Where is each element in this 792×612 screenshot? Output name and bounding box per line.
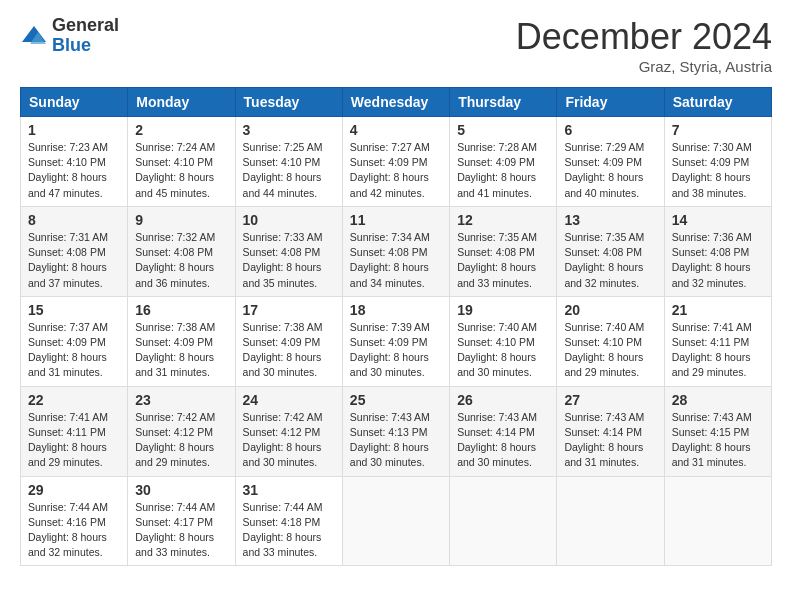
- page-header: General Blue December 2024 Graz, Styria,…: [20, 16, 772, 75]
- day-info: Sunrise: 7:23 AMSunset: 4:10 PMDaylight:…: [28, 140, 120, 201]
- month-title: December 2024: [516, 16, 772, 58]
- calendar-cell: 30Sunrise: 7:44 AMSunset: 4:17 PMDayligh…: [128, 476, 235, 566]
- weekday-header: Monday: [128, 88, 235, 117]
- day-info: Sunrise: 7:42 AMSunset: 4:12 PMDaylight:…: [135, 410, 227, 471]
- day-number: 28: [672, 392, 764, 408]
- day-info: Sunrise: 7:38 AMSunset: 4:09 PMDaylight:…: [243, 320, 335, 381]
- day-number: 11: [350, 212, 442, 228]
- day-info: Sunrise: 7:40 AMSunset: 4:10 PMDaylight:…: [457, 320, 549, 381]
- day-number: 12: [457, 212, 549, 228]
- calendar-week-row: 1Sunrise: 7:23 AMSunset: 4:10 PMDaylight…: [21, 117, 772, 207]
- calendar-cell: 4Sunrise: 7:27 AMSunset: 4:09 PMDaylight…: [342, 117, 449, 207]
- day-number: 3: [243, 122, 335, 138]
- day-info: Sunrise: 7:32 AMSunset: 4:08 PMDaylight:…: [135, 230, 227, 291]
- calendar-cell: 11Sunrise: 7:34 AMSunset: 4:08 PMDayligh…: [342, 206, 449, 296]
- weekday-header: Tuesday: [235, 88, 342, 117]
- day-number: 22: [28, 392, 120, 408]
- day-number: 27: [564, 392, 656, 408]
- day-info: Sunrise: 7:44 AMSunset: 4:16 PMDaylight:…: [28, 500, 120, 561]
- calendar-cell: 14Sunrise: 7:36 AMSunset: 4:08 PMDayligh…: [664, 206, 771, 296]
- day-number: 9: [135, 212, 227, 228]
- day-info: Sunrise: 7:25 AMSunset: 4:10 PMDaylight:…: [243, 140, 335, 201]
- logo-icon: [20, 22, 48, 50]
- day-info: Sunrise: 7:44 AMSunset: 4:17 PMDaylight:…: [135, 500, 227, 561]
- logo-text: General Blue: [52, 16, 119, 56]
- calendar-cell: 25Sunrise: 7:43 AMSunset: 4:13 PMDayligh…: [342, 386, 449, 476]
- day-info: Sunrise: 7:41 AMSunset: 4:11 PMDaylight:…: [672, 320, 764, 381]
- calendar-cell: 2Sunrise: 7:24 AMSunset: 4:10 PMDaylight…: [128, 117, 235, 207]
- calendar-cell: 26Sunrise: 7:43 AMSunset: 4:14 PMDayligh…: [450, 386, 557, 476]
- calendar-week-row: 22Sunrise: 7:41 AMSunset: 4:11 PMDayligh…: [21, 386, 772, 476]
- weekday-header: Friday: [557, 88, 664, 117]
- day-number: 16: [135, 302, 227, 318]
- day-info: Sunrise: 7:31 AMSunset: 4:08 PMDaylight:…: [28, 230, 120, 291]
- calendar-cell: 31Sunrise: 7:44 AMSunset: 4:18 PMDayligh…: [235, 476, 342, 566]
- calendar-cell: 10Sunrise: 7:33 AMSunset: 4:08 PMDayligh…: [235, 206, 342, 296]
- calendar-cell: [664, 476, 771, 566]
- calendar-cell: 5Sunrise: 7:28 AMSunset: 4:09 PMDaylight…: [450, 117, 557, 207]
- calendar-cell: 9Sunrise: 7:32 AMSunset: 4:08 PMDaylight…: [128, 206, 235, 296]
- day-number: 2: [135, 122, 227, 138]
- logo: General Blue: [20, 16, 119, 56]
- day-number: 17: [243, 302, 335, 318]
- calendar-cell: [557, 476, 664, 566]
- day-number: 18: [350, 302, 442, 318]
- day-info: Sunrise: 7:43 AMSunset: 4:14 PMDaylight:…: [457, 410, 549, 471]
- day-number: 6: [564, 122, 656, 138]
- weekday-header: Sunday: [21, 88, 128, 117]
- day-info: Sunrise: 7:24 AMSunset: 4:10 PMDaylight:…: [135, 140, 227, 201]
- calendar-cell: 19Sunrise: 7:40 AMSunset: 4:10 PMDayligh…: [450, 296, 557, 386]
- calendar-cell: 27Sunrise: 7:43 AMSunset: 4:14 PMDayligh…: [557, 386, 664, 476]
- calendar-cell: 12Sunrise: 7:35 AMSunset: 4:08 PMDayligh…: [450, 206, 557, 296]
- calendar-cell: 24Sunrise: 7:42 AMSunset: 4:12 PMDayligh…: [235, 386, 342, 476]
- day-number: 23: [135, 392, 227, 408]
- day-info: Sunrise: 7:28 AMSunset: 4:09 PMDaylight:…: [457, 140, 549, 201]
- calendar-cell: 20Sunrise: 7:40 AMSunset: 4:10 PMDayligh…: [557, 296, 664, 386]
- day-number: 24: [243, 392, 335, 408]
- day-info: Sunrise: 7:39 AMSunset: 4:09 PMDaylight:…: [350, 320, 442, 381]
- calendar-cell: 3Sunrise: 7:25 AMSunset: 4:10 PMDaylight…: [235, 117, 342, 207]
- calendar-cell: 23Sunrise: 7:42 AMSunset: 4:12 PMDayligh…: [128, 386, 235, 476]
- day-info: Sunrise: 7:34 AMSunset: 4:08 PMDaylight:…: [350, 230, 442, 291]
- day-number: 30: [135, 482, 227, 498]
- day-info: Sunrise: 7:35 AMSunset: 4:08 PMDaylight:…: [564, 230, 656, 291]
- day-number: 5: [457, 122, 549, 138]
- day-number: 31: [243, 482, 335, 498]
- day-number: 14: [672, 212, 764, 228]
- weekday-header-row: SundayMondayTuesdayWednesdayThursdayFrid…: [21, 88, 772, 117]
- day-number: 10: [243, 212, 335, 228]
- calendar-cell: 17Sunrise: 7:38 AMSunset: 4:09 PMDayligh…: [235, 296, 342, 386]
- day-info: Sunrise: 7:40 AMSunset: 4:10 PMDaylight:…: [564, 320, 656, 381]
- day-info: Sunrise: 7:43 AMSunset: 4:15 PMDaylight:…: [672, 410, 764, 471]
- calendar-cell: 6Sunrise: 7:29 AMSunset: 4:09 PMDaylight…: [557, 117, 664, 207]
- calendar-cell: 21Sunrise: 7:41 AMSunset: 4:11 PMDayligh…: [664, 296, 771, 386]
- calendar-cell: 28Sunrise: 7:43 AMSunset: 4:15 PMDayligh…: [664, 386, 771, 476]
- day-number: 15: [28, 302, 120, 318]
- calendar-cell: 16Sunrise: 7:38 AMSunset: 4:09 PMDayligh…: [128, 296, 235, 386]
- weekday-header: Thursday: [450, 88, 557, 117]
- calendar-week-row: 15Sunrise: 7:37 AMSunset: 4:09 PMDayligh…: [21, 296, 772, 386]
- day-info: Sunrise: 7:44 AMSunset: 4:18 PMDaylight:…: [243, 500, 335, 561]
- day-number: 26: [457, 392, 549, 408]
- day-info: Sunrise: 7:41 AMSunset: 4:11 PMDaylight:…: [28, 410, 120, 471]
- logo-blue: Blue: [52, 36, 119, 56]
- day-info: Sunrise: 7:33 AMSunset: 4:08 PMDaylight:…: [243, 230, 335, 291]
- calendar-cell: [342, 476, 449, 566]
- day-number: 7: [672, 122, 764, 138]
- day-info: Sunrise: 7:37 AMSunset: 4:09 PMDaylight:…: [28, 320, 120, 381]
- day-number: 21: [672, 302, 764, 318]
- calendar-cell: 13Sunrise: 7:35 AMSunset: 4:08 PMDayligh…: [557, 206, 664, 296]
- day-number: 4: [350, 122, 442, 138]
- day-number: 19: [457, 302, 549, 318]
- day-number: 13: [564, 212, 656, 228]
- calendar-week-row: 29Sunrise: 7:44 AMSunset: 4:16 PMDayligh…: [21, 476, 772, 566]
- weekday-header: Wednesday: [342, 88, 449, 117]
- calendar-cell: 22Sunrise: 7:41 AMSunset: 4:11 PMDayligh…: [21, 386, 128, 476]
- day-info: Sunrise: 7:42 AMSunset: 4:12 PMDaylight:…: [243, 410, 335, 471]
- day-info: Sunrise: 7:43 AMSunset: 4:14 PMDaylight:…: [564, 410, 656, 471]
- day-number: 25: [350, 392, 442, 408]
- calendar-cell: 8Sunrise: 7:31 AMSunset: 4:08 PMDaylight…: [21, 206, 128, 296]
- day-info: Sunrise: 7:38 AMSunset: 4:09 PMDaylight:…: [135, 320, 227, 381]
- day-info: Sunrise: 7:27 AMSunset: 4:09 PMDaylight:…: [350, 140, 442, 201]
- day-info: Sunrise: 7:29 AMSunset: 4:09 PMDaylight:…: [564, 140, 656, 201]
